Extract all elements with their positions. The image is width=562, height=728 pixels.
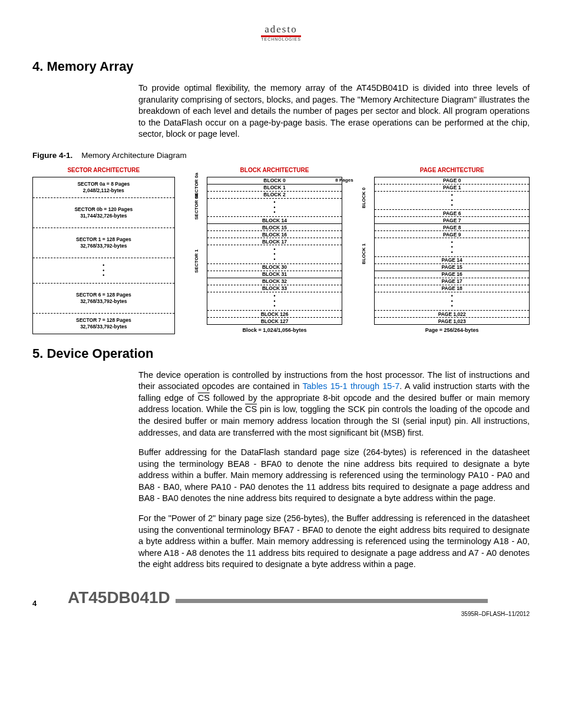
footer-rule xyxy=(176,599,488,603)
table-row: PAGE 8 xyxy=(375,224,529,231)
table-row: BLOCK 0 xyxy=(207,177,342,185)
table-row: PAGE 16 xyxy=(375,271,529,278)
header-logo: adesto TECHNOLOGIES xyxy=(32,24,530,41)
table-row: BLOCK 127 xyxy=(207,318,342,324)
block-footer-note: Block = 1,024/1,056-bytes xyxy=(207,327,343,333)
table-row: PAGE 6 xyxy=(375,210,529,217)
table-row: PAGE 17 xyxy=(375,278,529,285)
side-label-sector-0b: SECTOR 0b xyxy=(194,193,199,220)
sector-row-dots: ••• xyxy=(33,258,174,284)
sector-row: SECTOR 7 = 128 Pages32,768/33,792-bytes xyxy=(33,314,174,334)
eight-pages-note: 8 Pages xyxy=(335,177,353,183)
part-number: AT45DB041D xyxy=(68,588,170,607)
page-footer-note: Page = 256/264-bytes xyxy=(374,327,530,333)
table-row: BLOCK 33 xyxy=(207,285,342,292)
page-table: PAGE 0 PAGE 1 ••• PAGE 6 PAGE 7 PAGE 8 P… xyxy=(374,177,530,325)
tables-link[interactable]: Tables 15-1 through 15-7 xyxy=(303,381,400,391)
table-row: BLOCK 126 xyxy=(207,311,342,318)
table-row-dots: ••• xyxy=(375,238,529,257)
section-5-paragraph-3: For the "Power of 2" binary page size (2… xyxy=(138,513,530,571)
section-4-paragraph: To provide optimal flexibility, the memo… xyxy=(138,83,530,140)
sector-row: SECTOR 0b = 120 Pages31,744/32,726-bytes xyxy=(33,198,174,228)
table-row: PAGE 1,023 xyxy=(375,318,529,324)
side-label-block-0: BLOCK 0 xyxy=(361,187,366,208)
brand-name: adesto xyxy=(261,24,300,37)
table-row-dots: ••• xyxy=(375,192,529,210)
table-row: PAGE 9 xyxy=(375,231,529,238)
block-table: BLOCK 0 BLOCK 1 BLOCK 2 ••• BLOCK 14 BLO… xyxy=(207,177,343,325)
brand-sub: TECHNOLOGIES xyxy=(32,37,530,41)
doc-id: 3595R–DFLASH–11/2012 xyxy=(32,611,530,617)
page-header: PAGE ARCHITECTURE xyxy=(374,167,530,173)
table-row: PAGE 18 xyxy=(375,285,529,292)
table-row: BLOCK 17 xyxy=(207,238,342,245)
figure-label: Figure 4-1. xyxy=(32,151,72,160)
section-5-paragraph-1: The device operation is controlled by in… xyxy=(138,370,530,439)
table-row: BLOCK 32 xyxy=(207,278,342,285)
table-row: BLOCK 15 xyxy=(207,224,342,231)
side-label-sector-1: SECTOR 1 xyxy=(194,249,199,273)
figure-title-text: Memory Architecture Diagram xyxy=(81,151,187,160)
page-column: PAGE ARCHITECTURE 8 Pages BLOCK 0 BLOCK … xyxy=(361,167,530,334)
block-column: BLOCK ARCHITECTURE SECTOR 0a SECTOR 0b S… xyxy=(194,167,343,334)
section-5-heading: 5. Device Operation xyxy=(32,346,530,361)
cs-signal: CS xyxy=(245,404,257,414)
table-row: BLOCK 14 xyxy=(207,217,342,224)
figure-caption: Figure 4-1. Memory Architecture Diagram xyxy=(32,151,530,160)
sector-column: SECTOR ARCHITECTURE SECTOR 0a = 8 Pages2… xyxy=(32,167,175,334)
block-header: BLOCK ARCHITECTURE xyxy=(207,167,343,173)
table-row: PAGE 0 xyxy=(375,177,529,185)
sector-row: SECTOR 1 = 128 Pages32,768/33,792-bytes xyxy=(33,228,174,258)
table-row: PAGE 14 xyxy=(375,257,529,264)
table-row-dots: ••• xyxy=(207,292,342,311)
sector-row: SECTOR 6 = 128 Pages32,768/33,792-bytes xyxy=(33,284,174,314)
sector-header: SECTOR ARCHITECTURE xyxy=(32,167,175,173)
table-row: PAGE 1 xyxy=(375,185,529,192)
table-row: BLOCK 16 xyxy=(207,231,342,238)
table-row: PAGE 1,022 xyxy=(375,311,529,318)
side-label-block-1: BLOCK 1 xyxy=(361,243,366,264)
cs-signal: CS xyxy=(198,393,210,403)
memory-architecture-diagram: SECTOR ARCHITECTURE SECTOR 0a = 8 Pages2… xyxy=(32,167,530,334)
table-row: BLOCK 31 xyxy=(207,271,342,278)
table-row: PAGE 15 xyxy=(375,264,529,271)
table-row: BLOCK 1 xyxy=(207,185,342,192)
table-row-dots: ••• xyxy=(207,199,342,218)
section-4-heading: 4. Memory Array xyxy=(32,59,530,74)
table-row: PAGE 7 xyxy=(375,217,529,224)
page-number: 4 xyxy=(32,599,37,608)
table-row: BLOCK 2 xyxy=(207,192,342,199)
section-5-paragraph-2: Buffer addressing for the DataFlash stan… xyxy=(138,447,530,505)
table-row-dots: ••• xyxy=(375,292,529,311)
sector-row: SECTOR 0a = 8 Pages2,048/2,112-bytes xyxy=(33,177,174,198)
page-footer: 4 AT45DB041D 3595R–DFLASH–11/2012 xyxy=(32,588,530,617)
sector-table: SECTOR 0a = 8 Pages2,048/2,112-bytes SEC… xyxy=(32,177,175,334)
table-row: BLOCK 30 xyxy=(207,264,342,271)
table-row-dots: ••• xyxy=(207,245,342,264)
